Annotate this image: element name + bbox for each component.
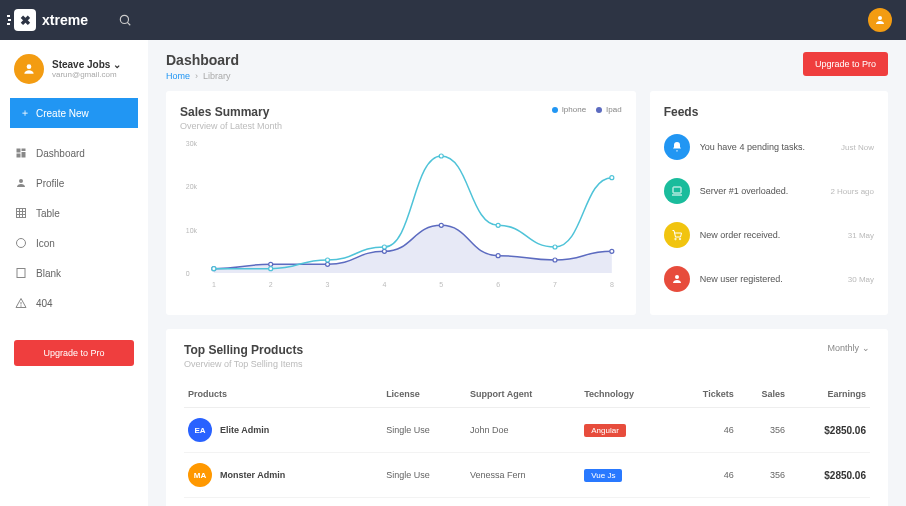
- svg-point-31: [269, 262, 273, 266]
- product-name: Elite Admin: [220, 425, 269, 435]
- feed-item[interactable]: Server #1 overloaded.2 Hours ago: [664, 169, 874, 213]
- feed-text: New user registered.: [700, 274, 838, 284]
- products-filter-dropdown[interactable]: Monthly⌄: [827, 343, 870, 353]
- svg-point-34: [439, 223, 443, 227]
- svg-point-41: [382, 245, 386, 249]
- plus-icon: ＋: [20, 106, 30, 120]
- sidebar-item-icon[interactable]: Icon: [0, 228, 148, 258]
- svg-text:30k: 30k: [186, 140, 198, 147]
- feed-time: 2 Hours ago: [830, 187, 874, 196]
- svg-point-44: [553, 245, 557, 249]
- product-avatar: EA: [188, 418, 212, 442]
- feed-icon: [664, 134, 690, 160]
- svg-text:2: 2: [269, 281, 273, 288]
- sidebar-item-label: Dashboard: [36, 148, 85, 159]
- svg-point-33: [382, 249, 386, 253]
- upgrade-button-sidebar[interactable]: Upgrade to Pro: [14, 340, 134, 366]
- user-avatar-icon: [14, 54, 44, 84]
- svg-point-14: [17, 239, 26, 248]
- chart-subtitle: Overview of Latest Month: [180, 121, 282, 131]
- svg-rect-7: [17, 154, 21, 158]
- sidebar-item-blank[interactable]: Blank: [0, 258, 148, 288]
- create-new-button[interactable]: ＋ Create New: [10, 98, 138, 128]
- svg-point-48: [674, 238, 676, 240]
- table-header: Technology: [580, 381, 674, 408]
- sidebar-item-label: Blank: [36, 268, 61, 279]
- feed-text: Server #1 overloaded.: [700, 186, 821, 196]
- products-table: ProductsLicenseSupport AgentTechnologyTi…: [184, 381, 870, 506]
- table-row[interactable]: MPMaterial Pro AdminSingle UseJohn DoeBo…: [184, 498, 870, 507]
- svg-point-32: [326, 262, 330, 266]
- sidebar: Steave Jobs ⌄ varun@gmail.com ＋ Create N…: [0, 40, 148, 506]
- icon-icon: [14, 237, 28, 249]
- main-content: Dashboard Home › Library Upgrade to Pro …: [148, 40, 906, 506]
- breadcrumb: Home › Library: [166, 71, 239, 81]
- sidebar-item-404[interactable]: 404: [0, 288, 148, 318]
- products-subtitle: Overview of Top Selling Items: [184, 359, 303, 369]
- svg-text:1: 1: [212, 281, 216, 288]
- logo-icon: ✖: [14, 9, 36, 31]
- sidebar-item-label: 404: [36, 298, 53, 309]
- topbar-avatar[interactable]: [868, 8, 892, 32]
- upgrade-button-top[interactable]: Upgrade to Pro: [803, 52, 888, 76]
- svg-point-0: [120, 15, 128, 23]
- breadcrumb-current: Library: [203, 71, 231, 81]
- sidebar-item-label: Table: [36, 208, 60, 219]
- svg-rect-46: [673, 187, 681, 193]
- svg-point-40: [326, 258, 330, 262]
- table-header: License: [382, 381, 466, 408]
- table-row[interactable]: EAElite AdminSingle UseJohn DoeAngular46…: [184, 408, 870, 453]
- svg-text:7: 7: [553, 281, 557, 288]
- svg-point-36: [553, 258, 557, 262]
- feed-time: 30 May: [848, 275, 874, 284]
- feed-time: Just Now: [841, 143, 874, 152]
- svg-line-1: [127, 22, 130, 25]
- user-name: Steave Jobs ⌄: [52, 59, 121, 70]
- search-icon[interactable]: [118, 13, 132, 27]
- table-row[interactable]: MAMonster AdminSingle UseVenessa FernVue…: [184, 453, 870, 498]
- svg-point-43: [496, 223, 500, 227]
- chart-title: Sales Summary: [180, 105, 282, 119]
- table-header: Earnings: [789, 381, 870, 408]
- chevron-down-icon: ⌄: [862, 343, 870, 353]
- svg-text:3: 3: [326, 281, 330, 288]
- table-header: Sales: [738, 381, 789, 408]
- sidebar-item-dashboard[interactable]: Dashboard: [0, 138, 148, 168]
- profile-icon: [14, 177, 28, 189]
- feed-item[interactable]: New order received.31 May: [664, 213, 874, 257]
- svg-rect-9: [17, 209, 26, 218]
- page-title: Dashboard: [166, 52, 239, 68]
- sidebar-item-label: Icon: [36, 238, 55, 249]
- feeds-title: Feeds: [664, 105, 874, 119]
- svg-rect-15: [17, 269, 25, 278]
- feed-text: You have 4 pending tasks.: [700, 142, 831, 152]
- breadcrumb-home[interactable]: Home: [166, 71, 190, 81]
- svg-point-45: [610, 176, 614, 180]
- user-email: varun@gmail.com: [52, 70, 121, 79]
- sales-summary-card: Sales Summary Overview of Latest Month I…: [166, 91, 636, 315]
- user-block[interactable]: Steave Jobs ⌄ varun@gmail.com: [0, 54, 148, 98]
- chevron-down-icon: ⌄: [113, 59, 121, 70]
- topbar: ✖ xtreme: [0, 0, 906, 40]
- logo[interactable]: ✖ xtreme: [14, 9, 88, 31]
- table-header: Tickets: [674, 381, 737, 408]
- svg-point-49: [679, 238, 681, 240]
- svg-point-17: [21, 306, 22, 307]
- svg-rect-5: [22, 149, 26, 152]
- chart-legend: IphoneIpad: [552, 105, 622, 114]
- sidebar-item-profile[interactable]: Profile: [0, 168, 148, 198]
- svg-point-37: [610, 249, 614, 253]
- svg-rect-4: [17, 149, 21, 153]
- svg-text:20k: 20k: [186, 183, 198, 190]
- svg-text:0: 0: [186, 270, 190, 277]
- tech-badge: Angular: [584, 424, 626, 437]
- feed-text: New order received.: [700, 230, 838, 240]
- sidebar-item-table[interactable]: Table: [0, 198, 148, 228]
- feed-item[interactable]: You have 4 pending tasks.Just Now: [664, 125, 874, 169]
- svg-point-42: [439, 154, 443, 158]
- svg-point-35: [496, 254, 500, 258]
- svg-point-8: [19, 179, 23, 183]
- svg-text:8: 8: [610, 281, 614, 288]
- feed-icon: [664, 222, 690, 248]
- feed-item[interactable]: New user registered.30 May: [664, 257, 874, 301]
